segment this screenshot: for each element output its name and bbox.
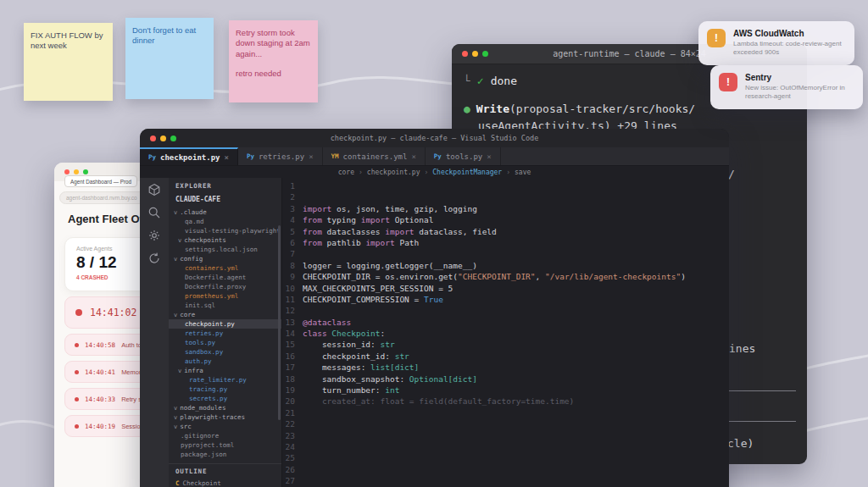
line-number: 26 <box>282 464 303 475</box>
tab-containers.yml[interactable]: YMcontainers.yml× <box>323 147 426 165</box>
line-number: 8 <box>282 260 303 271</box>
tree-item-playwright-traces[interactable]: vplaywright-traces <box>169 412 281 422</box>
code-text: messages: list[dict] <box>303 362 419 373</box>
code-line: 20 created_at: float = field(default_fac… <box>282 396 729 407</box>
alert-time: 14:40:33 <box>85 396 115 403</box>
sticky-note[interactable]: Retry storm took down staging at 2am aga… <box>229 20 318 102</box>
tree-item-label: visual-testing-playwright.. <box>185 227 281 235</box>
code-editor[interactable]: 123import os, json, time, gzip, logging4… <box>282 178 729 487</box>
code-token: import <box>365 238 394 247</box>
code-line: 25 <box>282 452 729 463</box>
sticky-note[interactable]: Don't forget to eat dinner <box>125 18 214 99</box>
line-number: 21 <box>282 407 303 418</box>
notification-toast[interactable]: !AWS CloudWatchLambda timeout: code-revi… <box>698 21 854 65</box>
close-icon[interactable]: × <box>411 152 415 161</box>
tree-item-core[interactable]: vcore <box>169 310 281 319</box>
code-token: turn_number: <box>303 385 385 395</box>
breadcrumb-item-save[interactable]: save <box>515 169 531 176</box>
sun-icon[interactable] <box>147 229 161 242</box>
tree-item-label: retries.py <box>185 329 223 337</box>
alert-dot-icon <box>75 397 79 401</box>
symbol-kind-icon: C <box>175 479 180 487</box>
tree-item-tools.py[interactable]: tools.py <box>169 338 281 347</box>
tree-item-src[interactable]: vsrc <box>169 422 281 431</box>
breadcrumb-item-core[interactable]: core <box>338 169 354 176</box>
tree-item-.claude[interactable]: v.claude <box>169 208 281 217</box>
tree-item-settings.local.json[interactable]: settings.local.json <box>169 245 281 254</box>
minimize-button[interactable] <box>472 51 478 57</box>
code-text: turn_number: int <box>303 385 399 396</box>
tab-label: containers.yml <box>343 152 408 161</box>
maximize-button[interactable] <box>83 169 88 174</box>
tree-item-qa.md[interactable]: qa.md <box>169 217 281 226</box>
tree-item-infra[interactable]: vinfra <box>169 366 281 375</box>
maximize-button[interactable] <box>482 51 488 57</box>
tree-item-prometheus.yml[interactable]: prometheus.yml <box>169 291 281 301</box>
tree-item-Dockerfile.proxy[interactable]: Dockerfile.proxy <box>169 282 281 291</box>
close-icon[interactable]: × <box>309 152 313 161</box>
close-icon[interactable]: × <box>224 153 228 162</box>
line-number: 24 <box>282 441 303 452</box>
tree-item-secrets.py[interactable]: secrets.py <box>169 394 281 403</box>
tree-item-config[interactable]: vconfig <box>169 254 281 263</box>
code-text: CHECKPOINT_COMPRESSION = True <box>303 294 443 305</box>
chevron-down-icon: v <box>178 368 181 374</box>
tree-item-Dockerfile.agent[interactable]: Dockerfile.agent <box>169 273 281 282</box>
line-number: 10 <box>282 283 303 294</box>
tab-tools.py[interactable]: Pytools.py× <box>426 147 501 165</box>
notification-toast[interactable]: !SentryNew issue: OutOfMemoryError in re… <box>710 65 863 109</box>
tree-item-init.sql[interactable]: init.sql <box>169 301 281 310</box>
explorer-cube-icon[interactable] <box>147 183 161 196</box>
tree-item-visual-testing-playwright..[interactable]: visual-testing-playwright.. <box>169 226 281 235</box>
tab-retries.py[interactable]: Pyretries.py× <box>238 147 323 165</box>
chevron-down-icon: v <box>174 312 177 318</box>
code-token: dataclass, field <box>415 227 497 236</box>
code-token: list[dict] <box>370 362 419 372</box>
tree-item-tracing.py[interactable]: tracing.py <box>169 385 281 394</box>
alert-icon: ! <box>707 29 726 47</box>
explorer-sidebar: EXPLORER CLAUDE-CAFE v.claudeqa.mdvisual… <box>169 178 282 487</box>
done-label: done <box>491 75 517 87</box>
line-number: 2 <box>282 191 303 202</box>
sticky-note[interactable]: FIX AUTH FLOW by next week <box>24 23 113 101</box>
close-button[interactable] <box>150 136 156 141</box>
breadcrumb-item-CheckpointManager[interactable]: CheckpointManager <box>432 169 502 176</box>
code-token: logger = logging.getLogger(__name__) <box>303 261 477 270</box>
breadcrumb-item-checkpoint.py[interactable]: checkpoint.py <box>367 169 420 176</box>
tree-item-.gitignore[interactable]: .gitignore <box>169 431 281 440</box>
tree-item-package.json[interactable]: package.json <box>169 450 281 459</box>
minimize-button[interactable] <box>160 136 166 141</box>
maximize-button[interactable] <box>170 136 176 141</box>
code-token: messages: <box>303 362 370 372</box>
tree-item-containers.yml[interactable]: containers.yml <box>169 263 281 273</box>
alert-dot-icon <box>75 309 82 316</box>
explorer-scrollbar[interactable] <box>278 225 281 420</box>
tree-item-checkpoints[interactable]: vcheckpoints <box>169 235 281 245</box>
corner-glyph: └ <box>464 75 470 87</box>
tree-item-retries.py[interactable]: retries.py <box>169 329 281 338</box>
browser-tab[interactable]: Agent Dashboard — Prod <box>64 175 137 187</box>
tree-item-auth.py[interactable]: auth.py <box>169 357 281 366</box>
code-token: sandbox_snapshot: <box>303 374 409 384</box>
tab-checkpoint.py[interactable]: Pycheckpoint.py× <box>140 147 238 165</box>
close-button[interactable] <box>462 51 468 57</box>
chevron-down-icon: v <box>174 209 177 216</box>
activity-bar <box>140 178 169 487</box>
search-icon[interactable] <box>147 206 161 219</box>
tree-item-checkpoint.py[interactable]: checkpoint.py <box>169 319 281 329</box>
outline-label: Checkpoint <box>183 479 221 487</box>
tree-item-node_modules[interactable]: vnode_modules <box>169 403 281 412</box>
tree-item-pyproject.toml[interactable]: pyproject.toml <box>169 440 281 450</box>
code-line: 10MAX_CHECKPOINTS_PER_SESSION = 5 <box>282 283 729 294</box>
close-icon[interactable]: × <box>487 152 491 161</box>
outline-item-Checkpoint[interactable]: CCheckpoint <box>169 479 281 487</box>
tree-item-sandbox.py[interactable]: sandbox.py <box>169 347 281 357</box>
sync-icon[interactable] <box>147 252 161 265</box>
line-number: 6 <box>282 237 303 248</box>
code-text: logger = logging.getLogger(__name__) <box>303 260 477 271</box>
terminal-fragment: / <box>728 168 735 180</box>
terminal-divider <box>727 390 796 391</box>
tree-item-rate_limiter.py[interactable]: rate_limiter.py <box>169 375 281 385</box>
minimize-button[interactable] <box>74 169 79 174</box>
close-button[interactable] <box>64 169 70 174</box>
